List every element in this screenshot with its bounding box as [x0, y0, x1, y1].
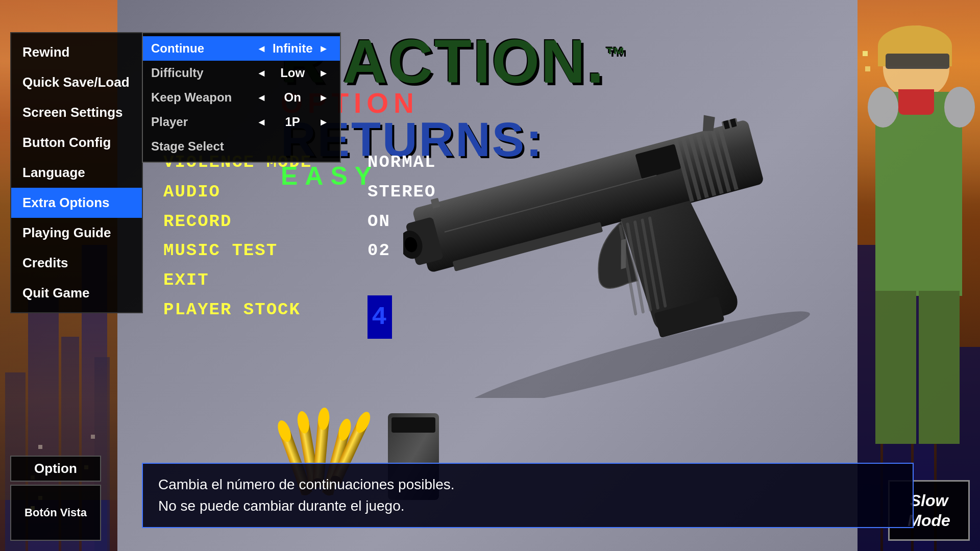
left-menu-panel: Rewind Quick Save/Load Screen Settings B…	[10, 32, 143, 313]
option-player-label: Player	[151, 115, 253, 129]
option-continue-arrow-right[interactable]: ►	[315, 43, 332, 55]
record-label: RECORD	[163, 207, 327, 237]
menu-item-language[interactable]: Language	[11, 158, 142, 188]
game-title-main: R ACTION.™	[281, 31, 868, 92]
menu-item-credits[interactable]: Credits	[11, 248, 142, 278]
audio-label: AUDIO	[163, 178, 327, 207]
exit-label: EXIT	[163, 266, 327, 295]
option-difficulty-arrow-right[interactable]: ►	[315, 67, 332, 79]
bottom-left-panel: Option Botón Vista	[10, 456, 101, 541]
boton-vista-text: Botón Vista	[24, 506, 87, 519]
option-stage-select-row[interactable]: Stage Select	[143, 134, 340, 159]
option-keep-weapon-value: On	[270, 90, 315, 105]
menu-item-extra-options[interactable]: Extra Options	[11, 188, 142, 218]
ingame-options-table: VIOLENCE MODE NORMAL AUDIO STEREO RECORD…	[163, 148, 436, 339]
extra-options-panel: Continue ◄ Infinite ► Difficulty ◄ Low ►…	[142, 32, 341, 163]
option-player-value: 1P	[270, 115, 315, 129]
menu-item-quicksave[interactable]: Quick Save/Load	[11, 67, 142, 97]
option-label-box: Option	[10, 456, 101, 482]
option-player-arrow-right[interactable]: ►	[315, 116, 332, 128]
option-keep-weapon-arrow-left[interactable]: ◄	[253, 92, 270, 104]
option-difficulty-row[interactable]: Difficulty ◄ Low ►	[143, 61, 340, 85]
boton-vista-box[interactable]: Botón Vista	[10, 485, 101, 541]
player-stock-label: PLAYER STOCK	[163, 295, 327, 339]
option-difficulty-arrow-left[interactable]: ◄	[253, 67, 270, 79]
option-stage-select-label: Stage Select	[151, 139, 332, 154]
option-keep-weapon-label: Keep Weapon	[151, 90, 253, 105]
option-player-arrow-left[interactable]: ◄	[253, 116, 270, 128]
description-line2: No se puede cambiar durante el juego.	[158, 495, 897, 517]
record-value: ON	[368, 207, 390, 237]
description-line1: Cambia el número de continuaciones posib…	[158, 474, 897, 495]
menu-item-quit-game[interactable]: Quit Game	[11, 278, 142, 308]
menu-item-rewind[interactable]: Rewind	[11, 37, 142, 67]
option-continue-label: Continue	[151, 41, 253, 56]
description-box: Cambia el número de continuaciones posib…	[142, 463, 914, 528]
music-test-value: 02	[368, 236, 390, 266]
option-label-text: Option	[34, 461, 77, 476]
gun-illustration	[403, 92, 863, 408]
menu-item-screen-settings[interactable]: Screen Settings	[11, 97, 142, 128]
option-difficulty-value: Low	[270, 66, 315, 80]
option-player-row[interactable]: Player ◄ 1P ►	[143, 110, 340, 134]
music-test-label: MUSIC TEST	[163, 236, 327, 266]
player-stock-value: 4	[368, 295, 392, 339]
option-difficulty-label: Difficulty	[151, 66, 253, 80]
option-continue-value: Infinite	[270, 41, 315, 56]
menu-item-playing-guide[interactable]: Playing Guide	[11, 218, 142, 248]
svg-rect-26	[391, 417, 435, 433]
svg-point-24	[461, 299, 814, 398]
option-keep-weapon-arrow-right[interactable]: ►	[315, 92, 332, 104]
option-continue-row[interactable]: Continue ◄ Infinite ►	[143, 36, 340, 61]
option-continue-arrow-left[interactable]: ◄	[253, 43, 270, 55]
menu-item-button-config[interactable]: Button Config	[11, 128, 142, 158]
option-keep-weapon-row[interactable]: Keep Weapon ◄ On ►	[143, 85, 340, 110]
